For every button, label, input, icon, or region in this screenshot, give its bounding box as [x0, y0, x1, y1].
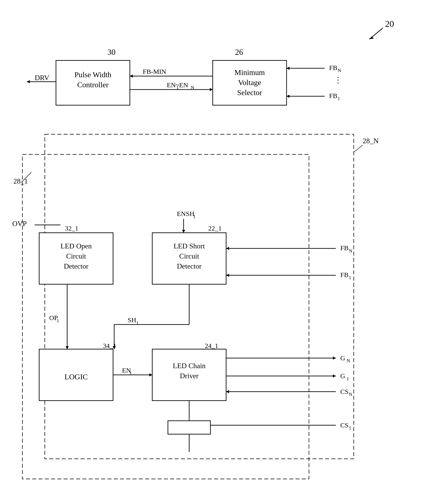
ref-24-1: 24_1	[205, 342, 218, 349]
fb1-mid-label: FB	[340, 271, 349, 279]
gn-sub: N	[347, 358, 350, 363]
gn-label: G	[340, 354, 345, 362]
g1-arrow	[333, 374, 336, 378]
g1-label: G	[340, 372, 345, 379]
diagram-container: 20 30 26 Pulse Width Controller Minimum …	[0, 0, 435, 504]
en-range-tilde: ~EN	[175, 81, 188, 89]
ref-26: 26	[235, 48, 243, 57]
locd-label-1: LED Open	[60, 242, 92, 250]
fb1-top-sub: 1	[338, 96, 340, 101]
sh1-sub: 1	[136, 320, 139, 326]
sh1-label: SH	[128, 316, 136, 324]
lscd-label-2: Circuit	[179, 252, 199, 260]
csn-arrow	[226, 390, 229, 393]
dots-top: ⋮	[334, 76, 342, 85]
cs1-sub: 1	[349, 425, 351, 431]
fb-min-arrow	[130, 74, 133, 78]
svg-line-3	[354, 145, 363, 152]
fb-min-label: FB-MIN	[143, 68, 166, 75]
ref-28-n: 28_N	[363, 137, 379, 145]
fb1-mid-arrow	[226, 274, 229, 277]
ref-34-1: 34_1	[103, 342, 117, 349]
fbn-mid-arrow	[226, 247, 229, 250]
csn-sub: N	[349, 391, 352, 397]
outer-dashed-box-28-n	[45, 134, 354, 459]
g1-sub: 1	[347, 376, 349, 381]
en-range-subn: N	[191, 85, 194, 90]
lscd-label-3: Detector	[177, 262, 202, 270]
lcd-label-2: Driver	[180, 372, 199, 380]
ref-22-1: 22_1	[208, 225, 222, 232]
op1-sub: 1	[57, 318, 59, 324]
ensh-arrow	[182, 230, 185, 233]
fbn-top-arrow	[287, 67, 290, 70]
ensh-label: ENSH	[177, 210, 194, 217]
drv-label: DRV	[35, 74, 49, 82]
fbn-mid-label: FB	[340, 244, 349, 252]
locd-label-3: Detector	[64, 262, 89, 270]
svg-marker-1	[369, 36, 374, 39]
circuit-diagram-svg: 20 30 26 Pulse Width Controller Minimum …	[0, 0, 435, 504]
fb1-top-label: FB	[329, 92, 337, 99]
pwc-label-line2: Controller	[77, 81, 109, 89]
fbn-top-label: FB	[329, 64, 337, 72]
pwc-label-line1: Pulse Width	[74, 71, 111, 79]
en1-sub: 1	[129, 370, 132, 376]
mvs-label-line1: Minimum	[234, 68, 265, 77]
cs1-bracket-box	[168, 421, 210, 434]
mvs-label-line3: Selector	[237, 88, 262, 97]
locd-label-2: Circuit	[66, 252, 86, 260]
gn-arrow	[333, 357, 336, 360]
cs1-label: CS	[340, 421, 349, 429]
ref-32-1: 32_1	[65, 225, 78, 232]
fbn-top-sub: N	[338, 68, 341, 73]
fb1-top-arrow	[287, 95, 290, 98]
ensh-sub: 1	[193, 214, 196, 219]
fbn-mid-sub: N	[349, 248, 352, 253]
lcd-label-1: LED Chain	[173, 362, 206, 370]
ref-20: 20	[385, 19, 394, 29]
ref-30: 30	[108, 48, 116, 57]
mvs-label-line2: Voltage	[238, 78, 261, 87]
en-range-label: EN	[167, 81, 176, 89]
outer-dashed-box-28-1	[22, 154, 309, 479]
drv-arrow	[27, 80, 30, 83]
ovp-label: OVP	[12, 220, 27, 228]
fb1-mid-sub: 1	[349, 275, 351, 280]
op1-arrow	[66, 346, 69, 349]
lscd-label-1: LED Short	[173, 242, 205, 250]
en-range-arrow	[210, 88, 213, 91]
en1-arrow	[149, 373, 152, 377]
csn-label: CS	[340, 388, 349, 395]
logic-label: LOGIC	[64, 373, 88, 381]
